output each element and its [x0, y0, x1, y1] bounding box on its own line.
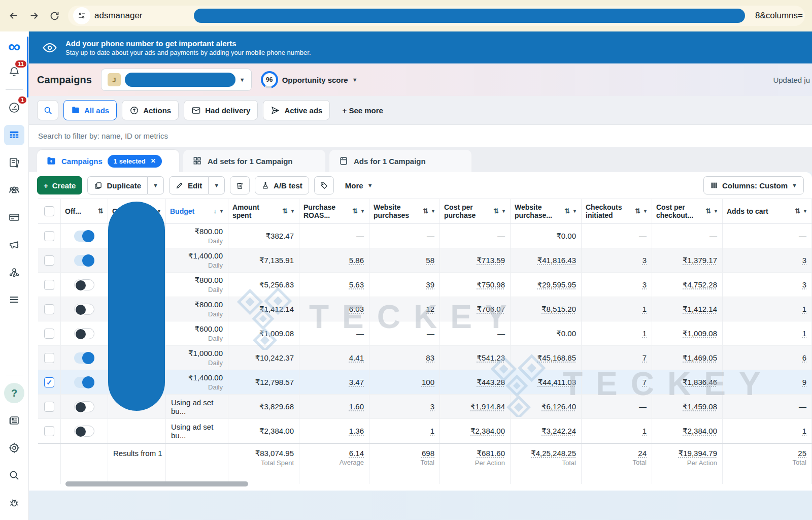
- metric-cell[interactable]: 6: [723, 346, 812, 370]
- selected-count-badge[interactable]: 1 selected ✕: [108, 155, 162, 168]
- site-info-icon[interactable]: [73, 7, 90, 24]
- account-quality-icon[interactable]: 1: [4, 98, 24, 118]
- notifications-icon[interactable]: 11: [4, 61, 24, 82]
- campaign-name-cell[interactable]: [108, 419, 166, 443]
- metric-cell[interactable]: ₹541.23: [440, 346, 511, 370]
- total-cell[interactable]: 6.14Average: [299, 444, 369, 484]
- sort-icon[interactable]: ⇅: [423, 208, 428, 215]
- metric-cell[interactable]: ₹6,126.40: [511, 395, 582, 418]
- metric-cell[interactable]: 3: [582, 248, 652, 272]
- metric-cell[interactable]: ₹41,816.43: [511, 248, 582, 272]
- metric-cell[interactable]: ₹2,384.00: [652, 419, 723, 443]
- column-header-adds-to-cart[interactable]: Adds to cart⇅▼: [723, 199, 812, 223]
- column-header-website-purchases[interactable]: Website purchases⇅▼: [369, 199, 440, 223]
- metric-cell[interactable]: 58: [369, 248, 440, 272]
- create-button[interactable]: + Create: [37, 176, 82, 194]
- whats-new-icon[interactable]: [4, 410, 24, 431]
- filter-all-ads[interactable]: All ads: [63, 100, 117, 120]
- column-header-website-purchase[interactable]: Website purchase...⇅▼: [511, 199, 582, 223]
- metric-cell[interactable]: ₹750.98: [440, 273, 511, 297]
- metric-cell[interactable]: 3: [723, 248, 812, 272]
- opportunity-score[interactable]: 96 Opportunity score ▼: [261, 71, 358, 88]
- row-checkbox[interactable]: [44, 402, 54, 412]
- metric-cell[interactable]: 12: [369, 297, 440, 321]
- tab-adsets[interactable]: Ad sets for 1 Campaign: [183, 150, 325, 172]
- row-checkbox[interactable]: [44, 329, 54, 339]
- filter-search-button[interactable]: [37, 100, 58, 120]
- select-all-checkbox[interactable]: [44, 206, 54, 216]
- url-bar[interactable]: adsmanager 8&columns=: [68, 6, 805, 26]
- metric-cell[interactable]: 1: [369, 419, 440, 443]
- chevron-down-icon[interactable]: ▼: [219, 209, 224, 214]
- metric-cell[interactable]: ₹713.59: [440, 248, 511, 272]
- metric-cell[interactable]: ₹2,384.00: [440, 419, 511, 443]
- total-cell[interactable]: ₹681.60Per Action: [440, 444, 511, 484]
- sort-icon[interactable]: ⇅: [795, 208, 800, 215]
- reload-icon[interactable]: [48, 9, 61, 22]
- search-input[interactable]: [38, 132, 803, 140]
- report-bug-icon[interactable]: [4, 493, 24, 513]
- audiences-icon[interactable]: [4, 180, 24, 200]
- meta-logo-icon[interactable]: ∞: [8, 38, 20, 55]
- total-cell[interactable]: ₹19,394.79Per Action: [652, 444, 723, 484]
- reports-icon[interactable]: [4, 152, 24, 173]
- metric-cell[interactable]: 5.63: [299, 273, 369, 297]
- metric-cell[interactable]: ₹1,009.08: [652, 321, 723, 345]
- help-icon[interactable]: ?: [4, 383, 24, 403]
- sort-icon[interactable]: ⇅: [564, 208, 570, 215]
- chevron-down-icon[interactable]: ▼: [572, 209, 577, 214]
- row-checkbox[interactable]: [44, 426, 54, 436]
- column-header-off[interactable]: Off...⇅: [61, 199, 108, 223]
- metric-cell[interactable]: 1: [582, 321, 652, 345]
- metric-cell[interactable]: ₹29,595.95: [511, 273, 582, 297]
- tag-button[interactable]: [314, 176, 334, 194]
- chevron-down-icon[interactable]: ▼: [431, 209, 435, 214]
- metric-cell[interactable]: 3.47: [299, 370, 369, 394]
- edit-caret-button[interactable]: ▼: [209, 176, 225, 194]
- metric-cell[interactable]: 3: [582, 273, 652, 297]
- total-cell[interactable]: 698Total: [369, 444, 440, 484]
- metric-cell[interactable]: 1: [723, 419, 812, 443]
- metric-cell[interactable]: 39: [369, 273, 440, 297]
- campaign-toggle[interactable]: [74, 279, 94, 290]
- metric-cell[interactable]: ₹443.28: [440, 370, 511, 394]
- ads-manager-icon[interactable]: [4, 125, 24, 145]
- filter-see-more[interactable]: + See more: [335, 100, 390, 120]
- columns-button[interactable]: Columns: Custom▼: [703, 176, 804, 194]
- metric-cell[interactable]: 100: [369, 370, 440, 394]
- campaign-toggle[interactable]: [74, 401, 94, 412]
- metric-cell[interactable]: 7: [582, 370, 652, 394]
- row-checkbox[interactable]: [44, 353, 54, 363]
- duplicate-caret-button[interactable]: ▼: [148, 176, 164, 194]
- metric-cell[interactable]: 6.03: [299, 297, 369, 321]
- metric-cell[interactable]: 1.36: [299, 419, 369, 443]
- metric-cell[interactable]: ₹1,914.84: [440, 395, 511, 418]
- metric-cell[interactable]: 3: [723, 273, 812, 297]
- total-cell[interactable]: 25Total: [723, 444, 812, 484]
- column-header-purchase-roas[interactable]: Purchase ROAS...⇅▼: [299, 199, 369, 223]
- metric-cell[interactable]: ₹1,459.08: [652, 395, 723, 418]
- metric-cell[interactable]: ₹4,752.28: [652, 273, 723, 297]
- more-button[interactable]: More▼: [339, 176, 379, 194]
- metric-cell[interactable]: 5.86: [299, 248, 369, 272]
- campaign-toggle[interactable]: [74, 304, 94, 315]
- column-header-cost-per-purchase[interactable]: Cost per purchase⇅▼: [440, 199, 511, 223]
- campaign-toggle[interactable]: [74, 426, 94, 437]
- metric-cell[interactable]: ₹1,469.05: [652, 346, 723, 370]
- sort-icon[interactable]: ⇅: [352, 208, 358, 215]
- sort-icon[interactable]: ⇅: [282, 208, 288, 215]
- metric-cell[interactable]: ₹1,412.14: [652, 297, 723, 321]
- chevron-down-icon[interactable]: ▼: [290, 209, 295, 214]
- all-tools-icon[interactable]: [4, 289, 24, 310]
- forward-icon[interactable]: [27, 9, 41, 22]
- sort-icon[interactable]: ⇅: [705, 208, 711, 215]
- settings-icon[interactable]: [4, 438, 24, 458]
- ads-promote-icon[interactable]: [4, 235, 24, 255]
- metric-cell[interactable]: ₹1,379.17: [652, 248, 723, 272]
- row-checkbox[interactable]: [44, 280, 54, 290]
- horizontal-scrollbar[interactable]: [65, 481, 248, 486]
- sort-icon[interactable]: ⇅: [493, 208, 499, 215]
- ab-test-button[interactable]: A/B test: [255, 176, 309, 194]
- metric-cell[interactable]: 4.41: [299, 346, 369, 370]
- campaign-toggle[interactable]: [74, 352, 94, 364]
